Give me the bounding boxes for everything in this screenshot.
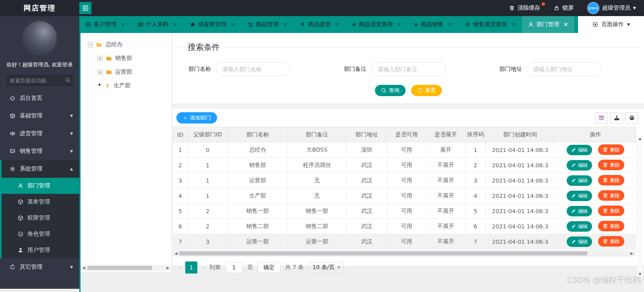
- sidebar-item[interactable]: 销售管理 ▼: [0, 142, 79, 160]
- export-button[interactable]: [610, 113, 623, 123]
- column-header: 部门名称: [228, 127, 288, 142]
- close-icon[interactable]: ×: [283, 21, 288, 28]
- prev-page-button[interactable]: ‹: [178, 264, 180, 271]
- tree-node[interactable]: • 生产部: [88, 79, 172, 93]
- edit-button[interactable]: 编辑: [567, 160, 592, 171]
- close-icon[interactable]: ×: [511, 21, 516, 28]
- add-department-button[interactable]: ＋ 添加部门: [176, 112, 217, 123]
- tab[interactable]: 客户管理 ×: [79, 16, 132, 33]
- page-operations-dropdown[interactable]: 页面操作 ▼: [578, 16, 644, 33]
- next-page-button[interactable]: ›: [202, 264, 205, 271]
- sidebar-subitem[interactable]: 角色管理: [0, 226, 79, 242]
- goto-page-input[interactable]: [226, 262, 242, 273]
- tab[interactable]: 商品管理 ×: [242, 16, 294, 33]
- sidebar-subitem[interactable]: 权限管理: [0, 210, 79, 226]
- clear-cache-button[interactable]: 清除缓存: [509, 4, 540, 12]
- scroll-down-icon[interactable]: ▼: [637, 272, 643, 276]
- edit-button[interactable]: 编辑: [567, 145, 592, 155]
- scrollbar-thumb[interactable]: [179, 251, 587, 255]
- tree-node[interactable]: − 总经办: [88, 38, 172, 51]
- edit-button[interactable]: 编辑: [567, 221, 592, 232]
- scrollbar-thumb[interactable]: [87, 266, 152, 270]
- sidebar-item[interactable]: 基础管理 ▼: [0, 107, 79, 125]
- close-icon[interactable]: ×: [335, 21, 340, 28]
- tree-expander[interactable]: +: [97, 56, 103, 61]
- close-icon[interactable]: ×: [397, 21, 402, 28]
- tab[interactable]: 销售退货查询 ×: [459, 16, 522, 33]
- delete-button[interactable]: 删除: [598, 160, 624, 170]
- search-input[interactable]: [5, 74, 74, 87]
- close-icon[interactable]: ×: [563, 21, 568, 28]
- sidebar-subitem[interactable]: 用户管理: [0, 242, 79, 258]
- sidebar-item[interactable]: 进货管理 ▼: [0, 125, 79, 142]
- tree-expander[interactable]: −: [88, 42, 93, 47]
- cell-sort: 1: [466, 142, 486, 158]
- lock-screen-button[interactable]: 锁屏: [554, 4, 574, 12]
- edit-button[interactable]: 编辑: [567, 191, 592, 201]
- tree-horizontal-scrollbar[interactable]: ◀ ▶: [81, 265, 171, 271]
- dept-name-input[interactable]: [216, 62, 291, 76]
- chevron-down-icon: ▼: [633, 6, 636, 10]
- sidebar-subitem[interactable]: 部门管理: [0, 178, 79, 194]
- edit-button[interactable]: 编辑: [567, 206, 592, 216]
- top-bar: 网店管理 清除缓存 锁屏 进销存 超级管理员 ▼: [0, 0, 644, 16]
- current-page[interactable]: 1: [185, 261, 197, 273]
- page-size-select[interactable]: 10 条/页 ▾: [309, 262, 344, 273]
- tree-node[interactable]: + 销售部: [88, 51, 172, 65]
- cell-address: 武汉: [347, 219, 387, 234]
- tab[interactable]: » 商品销售 ×: [408, 16, 459, 33]
- delete-button[interactable]: 删除: [598, 221, 624, 231]
- delete-button[interactable]: 删除: [598, 190, 624, 201]
- delete-button[interactable]: 删除: [598, 206, 624, 216]
- edit-button[interactable]: 编辑: [567, 236, 592, 247]
- table-vertical-scrollbar[interactable]: ▲ ▼: [637, 136, 643, 277]
- cell-id: 6: [173, 219, 188, 234]
- tree-expander[interactable]: •: [97, 83, 101, 88]
- sidebar-item[interactable]: 后台首页: [0, 89, 79, 107]
- sidebar-subitem[interactable]: 菜单管理: [0, 194, 79, 210]
- search-icon[interactable]: [65, 77, 70, 83]
- confirm-button[interactable]: 确定: [258, 262, 280, 273]
- sidebar-item[interactable]: 系统管理 ▲: [0, 160, 79, 178]
- pencil-icon: [571, 163, 576, 168]
- sidebar-item[interactable]: 其它管理 ▼: [0, 258, 79, 276]
- close-icon[interactable]: ×: [230, 21, 236, 28]
- table-horizontal-scrollbar[interactable]: ◀ ▶: [172, 250, 636, 257]
- cell-created: 2021-04-01 14:06:3: [486, 234, 555, 249]
- scroll-right-icon[interactable]: ▶: [629, 251, 635, 255]
- dept-note-input[interactable]: [371, 62, 446, 76]
- watermark: CSDN @编程千纸鹤: [567, 275, 641, 286]
- delete-button[interactable]: 删除: [598, 175, 624, 185]
- edit-button[interactable]: 编辑: [567, 175, 592, 186]
- menu-toggle-button[interactable]: [79, 2, 91, 14]
- tab[interactable]: 部门管理 ×: [522, 16, 574, 33]
- reset-button[interactable]: 重置: [411, 85, 442, 96]
- scroll-left-icon[interactable]: ◀: [173, 251, 179, 255]
- folder-icon: [106, 69, 112, 75]
- cell-actions: 编辑 删除: [555, 142, 636, 158]
- scroll-left-icon[interactable]: ◀: [81, 266, 87, 270]
- print-button[interactable]: [625, 113, 638, 123]
- tab[interactable]: 供应商管理 ×: [184, 16, 242, 33]
- cell-enabled: 可用: [387, 234, 427, 249]
- tree-node[interactable]: + 运营部: [88, 65, 172, 79]
- delete-button[interactable]: 删除: [598, 236, 624, 247]
- scroll-right-icon[interactable]: ▶: [165, 266, 171, 270]
- user-menu[interactable]: 进销存 超级管理员 ▼: [587, 2, 636, 14]
- star-icon: [190, 22, 195, 27]
- columns-filter-button[interactable]: [595, 113, 608, 123]
- close-icon[interactable]: ×: [120, 21, 126, 28]
- search-legend: 搜索条件: [184, 42, 224, 53]
- tab[interactable]: 商品进货 ×: [294, 16, 346, 33]
- tree-expander[interactable]: +: [97, 70, 103, 75]
- close-icon[interactable]: ×: [447, 21, 453, 28]
- trash-icon: [603, 223, 608, 229]
- search-button[interactable]: 查询: [375, 85, 406, 96]
- close-icon[interactable]: ×: [173, 21, 178, 28]
- tab[interactable]: 个人资料 ×: [132, 16, 184, 33]
- dept-address-input[interactable]: [527, 62, 602, 76]
- delete-button[interactable]: 删除: [598, 144, 624, 155]
- scroll-up-icon[interactable]: ▲: [637, 137, 643, 140]
- tabs: 客户管理 × 个人资料 × 供应商管理 × 商品管理 × 商品进货 × « 商品…: [79, 16, 578, 33]
- tab[interactable]: « 商品退货查询 ×: [346, 16, 408, 33]
